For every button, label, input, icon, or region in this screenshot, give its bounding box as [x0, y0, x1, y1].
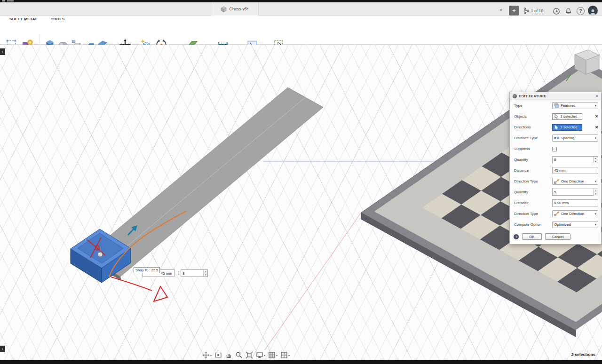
quantity-inline-input[interactable] — [181, 270, 203, 277]
selection-count-label: 2 selections — [571, 352, 595, 357]
distance-type-value: Spacing — [561, 136, 574, 140]
viewcube[interactable] — [575, 50, 599, 74]
row-label: Distance Type — [514, 136, 538, 140]
zoom-button[interactable] — [235, 351, 243, 359]
type-dropdown[interactable]: Features ▾ — [552, 102, 598, 109]
chevron-down-icon: ▾ — [276, 354, 277, 357]
bell-icon — [565, 8, 572, 15]
window-menu-glyph — [2, 0, 5, 1]
viewports-button[interactable]: ▾ — [280, 351, 290, 359]
comments-panel-toggle[interactable]: ‹ — [0, 346, 5, 352]
chevron-down-icon: ▾ — [594, 104, 596, 108]
grid-snaps-button[interactable]: ▾ — [268, 351, 277, 359]
chevron-down-icon: ▾ — [594, 180, 596, 183]
spin-up-icon: ▴ — [204, 270, 207, 273]
row-label: Directions — [514, 125, 531, 129]
distance-type-dropdown[interactable]: Spacing ▾ — [552, 135, 598, 142]
row-label: Distance — [514, 201, 529, 205]
ok-button[interactable]: OK — [522, 233, 542, 240]
fit-view-icon — [246, 351, 253, 359]
pan-button[interactable] — [225, 351, 232, 359]
document-tab-label: Chess v5* — [229, 7, 248, 11]
dialog-footer: i OK Cancel — [510, 230, 601, 244]
viewports-icon — [280, 351, 288, 359]
person-icon — [589, 8, 597, 16]
clear-directions-button[interactable]: × — [595, 125, 598, 130]
row-label: Suppress — [514, 147, 530, 151]
distance-1-field[interactable] — [552, 167, 598, 174]
grid-icon — [268, 351, 276, 359]
row-label: Distance — [514, 168, 529, 173]
row-label: Compute Option — [514, 222, 541, 227]
ribbon-toolbar: SHEET METAL TOOLS MODIFY▾ ASSEMBLE▾ CONS… — [0, 16, 602, 45]
objects-selection-field[interactable]: 1 selected — [552, 113, 582, 120]
version-label: 1 of 10 — [531, 8, 543, 13]
navigation-bar: ▾ ▾ ▾ ▾ — [202, 351, 290, 359]
snap-tooltip: Snap To : 22.5 — [134, 267, 160, 273]
job-status-button[interactable] — [552, 7, 560, 15]
magnifier-icon — [235, 351, 243, 359]
chevron-down-icon: ▾ — [210, 354, 212, 357]
tab-tools[interactable]: TOOLS — [51, 17, 64, 21]
info-icon[interactable]: i — [514, 234, 519, 239]
type-value: Features — [561, 103, 576, 108]
compute-option-dropdown[interactable]: Optimized ▾ — [552, 221, 598, 228]
distance-2-field[interactable] — [552, 199, 598, 206]
field-separator-dots: ⋮ — [176, 270, 181, 275]
quantity-1-field[interactable]: 8 ▴▾ — [552, 156, 598, 163]
quantity-1-value: 8 — [553, 158, 593, 162]
look-at-button[interactable] — [214, 351, 222, 359]
dock-dialog-button[interactable]: » — [596, 94, 598, 98]
distance-2-input[interactable] — [553, 201, 598, 205]
chevron-down-icon: ▾ — [594, 212, 596, 216]
spin-up-icon: ▴ — [594, 189, 598, 192]
chevron-down-icon: ▾ — [264, 354, 265, 357]
distance-1-input[interactable] — [553, 168, 598, 173]
row-label: Quantity — [514, 190, 528, 194]
quantity-2-value: 5 — [553, 190, 593, 194]
dialog-header[interactable]: EDIT FEATURE » — [510, 92, 601, 100]
window-bottom-strip — [0, 360, 602, 364]
features-icon — [554, 103, 559, 108]
one-direction-icon — [554, 179, 560, 184]
quantity-2-spinner[interactable]: ▴▾ — [593, 189, 598, 195]
clear-objects-button[interactable]: × — [595, 114, 598, 119]
user-avatar[interactable] — [588, 6, 598, 16]
one-direction-icon — [554, 211, 560, 216]
chevron-down-icon: ▾ — [594, 136, 596, 140]
pointer-icon — [554, 125, 559, 130]
help-button[interactable]: ? — [577, 7, 585, 15]
row-label: Objects — [514, 114, 527, 119]
cancel-button[interactable]: Cancel — [545, 233, 571, 240]
quantity-inline-field[interactable]: ▴▾ — [181, 269, 208, 277]
fit-button[interactable] — [246, 351, 253, 359]
suppress-checkbox[interactable] — [552, 147, 557, 151]
version-badge[interactable]: 1 of 10 — [523, 7, 543, 15]
display-settings-button[interactable]: ▾ — [256, 351, 265, 359]
direction-type-2-value: One Direction — [561, 212, 584, 216]
edit-feature-dialog: EDIT FEATURE » Type Features ▾ Objects 1… — [509, 92, 602, 245]
document-tab[interactable]: Chess v5* — [211, 2, 259, 16]
quantity-1-spinner[interactable]: ▴▾ — [593, 157, 598, 163]
annotation-arrow — [111, 277, 167, 301]
close-tab-button[interactable]: × — [499, 7, 502, 13]
compute-option-value: Optimized — [554, 222, 571, 227]
row-label: Direction Type — [514, 179, 538, 183]
quantity-spinner[interactable]: ▴▾ — [203, 270, 207, 277]
orbit-icon — [202, 351, 210, 359]
pointer-icon — [554, 114, 559, 119]
new-tab-button[interactable]: + — [509, 6, 519, 16]
browser-panel-toggle[interactable]: ‹ — [0, 48, 5, 55]
document-cube-icon — [221, 6, 227, 12]
notifications-button[interactable] — [564, 7, 572, 15]
x-axis-line — [265, 213, 361, 350]
direction-type-2-dropdown[interactable]: One Direction ▾ — [552, 210, 598, 217]
directions-selection-field[interactable]: 1 selected — [552, 124, 582, 131]
look-at-icon — [214, 351, 222, 359]
quantity-2-field[interactable]: 5 ▴▾ — [552, 189, 598, 196]
clock-icon — [553, 8, 560, 15]
tab-sheet-metal[interactable]: SHEET METAL — [9, 17, 38, 21]
spin-up-icon: ▴ — [594, 157, 598, 160]
direction-type-1-dropdown[interactable]: One Direction ▾ — [552, 178, 598, 185]
orbit-button[interactable]: ▾ — [202, 351, 212, 359]
